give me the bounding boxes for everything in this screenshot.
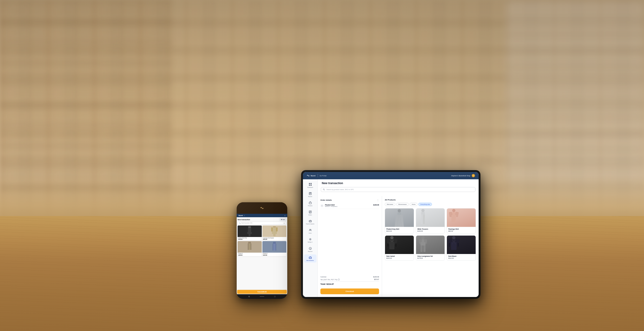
svg-rect-51 [421,212,425,214]
phone-product-card-2[interactable]: Cashmere Knit Sweater $249.99 [262,226,286,240]
filter-home[interactable]: Home [410,203,418,206]
phone-search-icon: 🔍 [239,223,240,224]
tablet-nav-right: Stephen's Basketball Shop S [451,174,475,177]
svg-rect-52 [421,214,423,224]
phone-nav-back[interactable] [248,296,250,297]
sidebar-item-products[interactable]: Products [304,200,316,208]
sidebar-label-products: Products [308,205,312,206]
order-item-details-1: Pleated Skirt Medium / Raspberry [325,204,338,207]
filter-womenswear[interactable]: Womenswear [396,203,409,206]
phone-filter-icon: ⊟ [284,222,285,224]
svg-rect-56 [452,212,456,215]
phone-title-text: New transaction [238,219,250,220]
product-img-flamingo-shirt [447,209,476,227]
svg-rect-76 [424,246,426,252]
product-card-flamingo-shirt[interactable]: Flamingo Shirt $89.99 [447,208,476,234]
svg-rect-5 [250,234,250,236]
svg-point-77 [452,236,456,239]
svg-rect-19 [276,244,276,251]
sidebar-item-users[interactable]: Users [304,227,316,235]
products-header: All Products [385,199,476,201]
sidebar-item-settings[interactable]: Settings ✦ [304,236,316,244]
phone-logo-icon: ◈ [284,215,286,216]
svg-rect-3 [251,228,253,232]
phone-product-card-1[interactable]: Chinos Chino Pant $449.99 [238,226,262,240]
product-price-white-trousers: $199.99 [418,230,444,232]
sidebar-item-orders[interactable]: Orders [304,209,316,217]
phone-product-info-1: Chinos Chino Pant $449.99 [238,237,262,240]
phone-checkout-button[interactable]: Total $356.98 [237,290,287,294]
phone-sort-btn[interactable]: ⊞ Sort [280,218,286,221]
order-item-name-1: Pleated Skirt [325,204,338,206]
tablet-main: New transaction Search by product name, … [318,179,479,297]
sidebar-label-reports: Reports [308,196,312,197]
product-img-white-trousers [416,209,445,227]
product-card-info-flamingo-shirt: Flamingo Shirt $89.99 [447,227,476,233]
svg-rect-11 [274,234,276,236]
sidebar-item-payment[interactable]: $ Payment [304,245,316,254]
product-card-white-trousers[interactable]: White Trousers $199.99 [416,208,445,234]
order-totals: Subtotal $199.99 Tax (GST 5%, PST 7%) i … [320,274,379,287]
sidebar-item-payment-requests[interactable]: Payment requests [304,218,316,226]
phone-product-card-4[interactable]: Product 4 $129.99 [262,241,286,256]
svg-rect-28 [309,202,312,204]
svg-rect-20 [309,183,310,184]
product-price-gray-skirt: $210.00 [386,230,412,232]
phone-search-placeholder: Search by product, SKU... [241,223,253,224]
product-card-gray-skirt[interactable]: Pleated Gray Skirt $210.00 [385,208,414,234]
svg-rect-47 [398,212,401,215]
tablet-store-name: Stephen's Basketball Shop [451,175,470,177]
phone-device: Nuvei ☰ ◈ New transaction ⊞ Sort [237,202,287,299]
checkout-button[interactable]: Checkout [320,289,379,294]
filter-everything-else[interactable]: Everything else [418,203,432,206]
subtotal-row: Subtotal $199.99 [320,276,379,278]
product-card-dark-blazer[interactable]: Dark Blazer $312.00 [447,235,476,261]
flamingo-shirt-figure [447,209,476,227]
tax-info-icon[interactable]: i [338,279,340,281]
svg-rect-17 [273,244,276,251]
phone-nav-recents[interactable] [274,296,276,297]
phone-product-img-4 [262,241,286,253]
search-bar[interactable]: Search by product name, SKU or UPC [321,187,476,192]
products-grid: Pleated Gray Skirt $210.00 [385,208,476,261]
product-name-dark-jacket: Dark Jacket [386,255,412,257]
product-name-white-trousers: White Trousers [418,228,444,230]
sidebar-item-reports[interactable]: Reports [304,190,316,199]
phone-bottom-nav [237,294,287,299]
svg-rect-21 [310,183,312,184]
phone-nav-home[interactable] [260,296,264,297]
dark-jacket-figure [385,236,414,254]
products-panel: All Products Menswear Womenswear Home Ev… [382,196,479,297]
sidebar-item-dashboard[interactable]: Dashboard [304,181,316,189]
order-details-header: Order details ⋮ [320,199,379,201]
phone-transaction-title: New transaction ⊞ Sort [238,218,286,221]
phone-product-info-3: Product 3 $189.99 [238,253,262,256]
reports-icon [308,192,312,195]
order-more-icon[interactable]: ⋮ [377,199,379,201]
product-card-dark-jacket[interactable]: Dark Jacket $245.00 [385,235,414,261]
tablet-nav-left: Nuvei Go Portal [306,174,326,177]
sidebar-item-new-transaction[interactable]: New transaction [304,255,316,263]
svg-rect-59 [452,215,456,222]
sidebar-label-dashboard: Dashboard [307,187,313,188]
svg-point-55 [452,209,456,212]
svg-point-63 [390,236,394,239]
filter-menswear[interactable]: Menswear [385,203,395,206]
devices-container: Nuvei ☰ ◈ New transaction ⊞ Sort [237,170,480,299]
phone-sort-label: Sort [282,219,285,220]
product-card-info-gray-skirt: Pleated Gray Skirt $210.00 [385,227,414,233]
svg-rect-13 [249,243,250,250]
tablet-user-avatar[interactable]: S [472,174,475,177]
product-name-gray-skirt: Pleated Gray Skirt [386,228,412,230]
svg-point-38 [310,239,311,240]
svg-text:$: $ [310,248,311,249]
order-item-price-1: $199.99 [373,204,379,206]
phone-product-card-3[interactable]: Product 3 $189.99 [238,241,262,256]
svg-rect-53 [423,214,425,224]
product-img-grey-set [416,236,445,254]
product-name-dark-blazer: Dark Blazer [448,255,474,257]
phone-search-bar[interactable]: 🔍 Search by product, SKU... ⊟ [238,222,286,225]
svg-rect-0 [248,226,251,228]
phone-product-info-4: Product 4 $129.99 [262,253,286,256]
product-card-grey-set[interactable]: Grey Loungewear Set $178.00 [416,235,445,261]
